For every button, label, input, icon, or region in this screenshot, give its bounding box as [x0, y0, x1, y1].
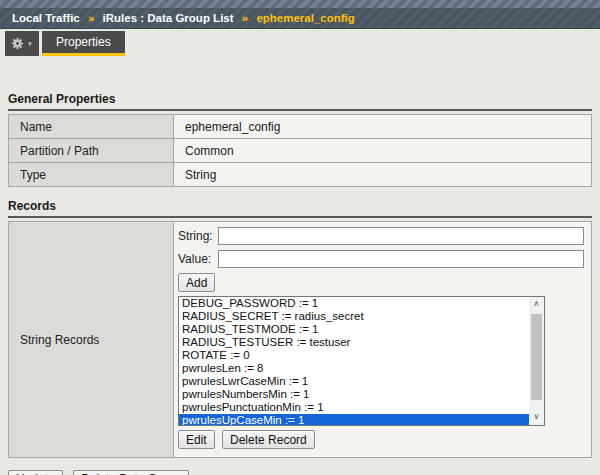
list-option[interactable]: pwrulesPunctuationMin := 1 — [179, 401, 529, 414]
value-input[interactable] — [218, 250, 584, 268]
gear-icon — [11, 37, 24, 50]
value-field-label: Value: — [178, 252, 218, 266]
breadcrumb-item-current: ephemeral_config — [256, 12, 354, 24]
add-button[interactable]: Add — [178, 273, 215, 292]
list-items: DEBUG_PASSWORD := 1RADIUS_SECRET := radi… — [179, 297, 529, 425]
list-option[interactable]: RADIUS_SECRET := radius_secret — [179, 310, 529, 323]
options-menu-button[interactable]: ▼ — [5, 31, 39, 56]
breadcrumb-separator: » — [242, 12, 248, 24]
string-records-label: String Records — [9, 222, 174, 458]
string-input[interactable] — [218, 227, 584, 245]
tab-properties[interactable]: Properties — [42, 31, 125, 56]
table-row: Type String — [9, 163, 592, 187]
name-value: ephemeral_config — [174, 115, 592, 139]
string-field-row: String: — [178, 227, 584, 245]
footer-buttons: Update Delete Data Group — [8, 469, 592, 475]
list-option[interactable]: pwrulesNumbersMin := 1 — [179, 388, 529, 401]
table-row: Name ephemeral_config — [9, 115, 592, 139]
table-row: Partition / Path Common — [9, 139, 592, 163]
string-field-label: String: — [178, 229, 218, 243]
string-records-cell: String: Value: Add DEBUG_PASSWORD := 1RA… — [174, 222, 592, 458]
list-option[interactable]: RADIUS_TESTUSER := testuser — [179, 336, 529, 349]
scrollbar-thumb[interactable] — [531, 314, 542, 400]
list-option[interactable]: pwrulesLwrCaseMin := 1 — [179, 375, 529, 388]
delete-data-group-button[interactable]: Delete Data Group — [73, 470, 189, 475]
breadcrumb-item-data-group-list[interactable]: iRules : Data Group List — [103, 12, 234, 24]
table-row: String Records String: Value: Add DEBUG_… — [9, 222, 592, 458]
list-option[interactable]: pwrulesLen := 8 — [179, 362, 529, 375]
breadcrumb-item-local-traffic[interactable]: Local Traffic — [12, 12, 80, 24]
scroll-down-icon[interactable]: ∨ — [529, 410, 544, 425]
general-properties-table: Name ephemeral_config Partition / Path C… — [8, 114, 592, 187]
breadcrumb: Local Traffic » iRules : Data Group List… — [0, 8, 600, 29]
section-title-records: Records — [8, 199, 592, 218]
page: Local Traffic » iRules : Data Group List… — [0, 0, 600, 475]
listbox-scrollbar[interactable]: ∧ ∨ — [529, 297, 544, 425]
chevron-down-icon: ▼ — [27, 41, 33, 47]
update-button[interactable]: Update — [8, 470, 63, 475]
list-option[interactable]: pwrulesUpCaseMin := 1 — [179, 414, 529, 425]
records-table: String Records String: Value: Add DEBUG_… — [8, 221, 592, 458]
partition-path-value: Common — [174, 139, 592, 163]
breadcrumb-separator: » — [88, 12, 94, 24]
tab-properties-label: Properties — [56, 35, 111, 49]
type-label: Type — [9, 163, 174, 187]
top-stripe — [0, 0, 600, 8]
section-title-general-properties: General Properties — [8, 92, 592, 111]
partition-path-label: Partition / Path — [9, 139, 174, 163]
record-actions: Edit Delete Record — [178, 430, 584, 449]
string-records-listbox[interactable]: DEBUG_PASSWORD := 1RADIUS_SECRET := radi… — [178, 296, 545, 426]
scroll-up-icon[interactable]: ∧ — [529, 297, 544, 312]
list-option[interactable]: DEBUG_PASSWORD := 1 — [179, 297, 529, 310]
list-option[interactable]: ROTATE := 0 — [179, 349, 529, 362]
type-value: String — [174, 163, 592, 187]
main-content: General Properties Name ephemeral_config… — [0, 92, 600, 475]
delete-record-button[interactable]: Delete Record — [222, 430, 315, 449]
tab-bar: ▼ Properties — [0, 29, 600, 59]
name-label: Name — [9, 115, 174, 139]
value-field-row: Value: — [178, 250, 584, 268]
list-option[interactable]: RADIUS_TESTMODE := 1 — [179, 323, 529, 336]
edit-button[interactable]: Edit — [178, 430, 215, 449]
